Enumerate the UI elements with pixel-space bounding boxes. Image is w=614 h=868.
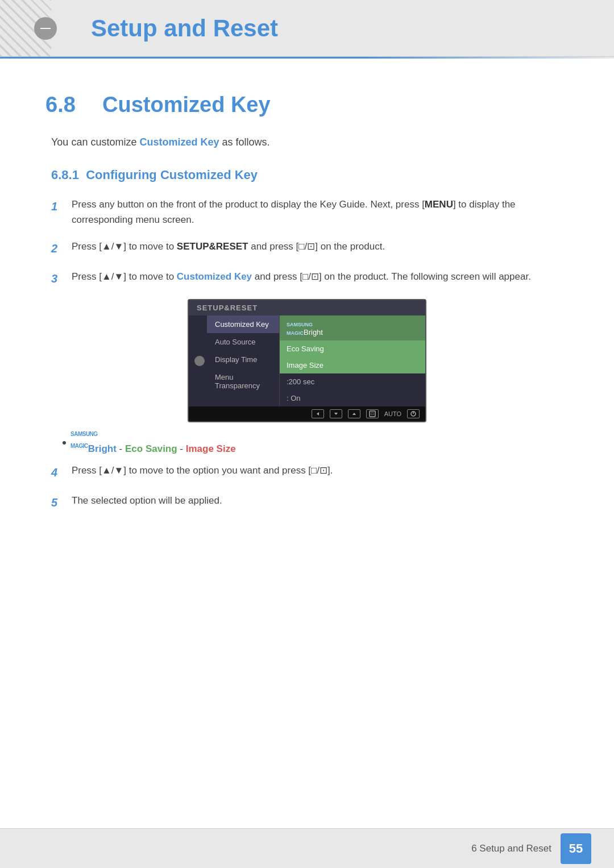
bullet-options-list: SAMSUNGMAGICBright - Eco Saving - Image … — [63, 431, 569, 454]
step-1-content: Press any button on the front of the pro… — [72, 197, 569, 227]
svg-marker-1 — [334, 413, 338, 415]
menu-right-eco-saving[interactable]: Eco Saving — [280, 340, 425, 357]
intro-highlight: Customized Key — [139, 136, 219, 148]
intro-paragraph: You can customize Customized Key as foll… — [51, 134, 569, 151]
step-2-num: 2 — [51, 239, 63, 258]
monitor-bottom-bar: ⊡ AUTO — [189, 406, 425, 421]
btn-down-icon — [330, 409, 342, 418]
main-content: 6.8 Customized Key You can customize Cus… — [0, 59, 614, 591]
menu-panel: SETUP&RESET Customized Key Auto Source D… — [189, 300, 425, 406]
menu-right-on: : On — [280, 390, 425, 406]
subsection-title: Configuring Customized Key — [86, 168, 258, 182]
steps-after-list: 4 Press [▲/▼] to move to the option you … — [51, 463, 569, 512]
menu-right-200sec: :200 sec — [280, 373, 425, 390]
bullet-text: SAMSUNGMAGICBright - Eco Saving - Image … — [70, 431, 236, 454]
bullet-options-item: SAMSUNGMAGICBright - Eco Saving - Image … — [63, 431, 569, 454]
page-footer: 6 Setup and Reset 55 — [0, 828, 614, 868]
menu-right-magic-bright[interactable]: SAMSUNGMAGICBright — [280, 315, 425, 340]
step-4: 4 Press [▲/▼] to move to the option you … — [51, 463, 569, 481]
menu-item-auto-source[interactable]: Auto Source — [207, 333, 279, 351]
step-2: 2 Press [▲/▼] to move to SETUP&RESET and… — [51, 239, 569, 258]
step-4-content: Press [▲/▼] to move to the option you wa… — [72, 463, 569, 481]
step-5: 5 The selected option will be applied. — [51, 493, 569, 512]
monitor-screenshot: SETUP&RESET Customized Key Auto Source D… — [188, 299, 426, 422]
step-2-content: Press [▲/▼] to move to SETUP&RESET and p… — [72, 239, 569, 258]
step-5-content: The selected option will be applied. — [72, 493, 569, 512]
section-heading: 6.8 Customized Key — [45, 93, 569, 117]
menu-right-panel: SAMSUNGMAGICBright Eco Saving Image Size… — [280, 315, 425, 406]
subsection-heading: 6.8.1 Configuring Customized Key — [51, 168, 569, 182]
page-title: Setup and Reset — [91, 15, 278, 42]
page-number: 55 — [561, 833, 591, 864]
btn-enter-icon: ⊡ — [366, 409, 379, 418]
svg-text:⊡: ⊡ — [371, 412, 374, 416]
step-5-num: 5 — [51, 493, 63, 512]
step-3-content: Press [▲/▼] to move to Customized Key an… — [72, 269, 569, 288]
step-3: 3 Press [▲/▼] to move to Customized Key … — [51, 269, 569, 288]
menu-item-display-time[interactable]: Display Time — [207, 351, 279, 368]
svg-marker-0 — [317, 412, 319, 416]
step-1: 1 Press any button on the front of the p… — [51, 197, 569, 227]
subsection-number: 6.8.1 — [51, 168, 86, 182]
btn-auto-label: AUTO — [384, 410, 401, 417]
btn-left-icon — [312, 409, 324, 418]
btn-power-icon — [407, 409, 420, 418]
page-header: — Setup and Reset — [0, 0, 614, 57]
section-number: 6.8 — [45, 93, 91, 117]
menu-item-customized-key[interactable]: Customized Key — [207, 315, 279, 333]
step-1-num: 1 — [51, 197, 63, 227]
section-title: Customized Key — [102, 93, 271, 117]
chapter-icon-label: — — [40, 22, 51, 34]
bullet-dot — [63, 441, 66, 445]
menu-item-menu-transparency[interactable]: Menu Transparency — [207, 368, 279, 394]
btn-up-icon — [348, 409, 360, 418]
menu-header-label: SETUP&RESET — [189, 300, 425, 315]
intro-text: You can customize — [51, 136, 139, 148]
svg-marker-2 — [352, 413, 356, 415]
menu-right-image-size[interactable]: Image Size — [280, 357, 425, 373]
step-4-num: 4 — [51, 463, 63, 481]
menu-body: Customized Key Auto Source Display Time … — [189, 315, 425, 406]
gear-icon — [194, 356, 205, 366]
footer-text: 6 Setup and Reset — [471, 843, 551, 854]
intro-suffix: as follows. — [219, 136, 269, 148]
chapter-icon: — — [34, 17, 57, 40]
steps-list: 1 Press any button on the front of the p… — [51, 197, 569, 288]
step-3-num: 3 — [51, 269, 63, 288]
